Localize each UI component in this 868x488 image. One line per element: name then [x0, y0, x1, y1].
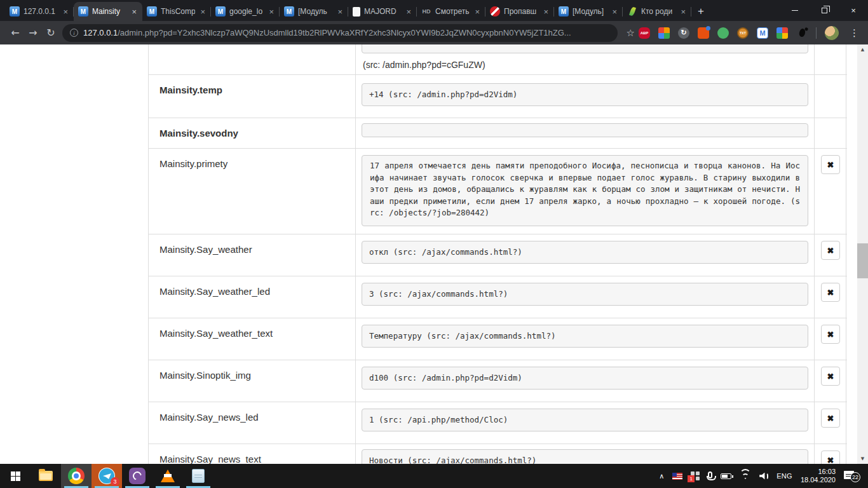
property-value-input[interactable]: d100 (src: /admin.php?pd=d2Vidm) — [362, 367, 808, 390]
battery-icon[interactable] — [721, 473, 731, 479]
tab-title: Пропавш — [504, 7, 538, 16]
windows-taskbar: 3 ∧ 1 ENG 16:03 — [0, 464, 868, 488]
wifi-icon[interactable] — [740, 472, 751, 480]
scroll-down-icon[interactable]: ▼ — [857, 454, 868, 464]
property-value-cell: откл (src: /ajax/commands.html?) — [356, 234, 815, 276]
tab-smotret[interactable]: HD Смотреть × — [417, 2, 485, 21]
close-tab-icon[interactable]: × — [542, 7, 550, 17]
table-row: Mainsity.sevodny — [148, 118, 847, 148]
address-bar[interactable]: i 127.0.0.1 /admin.php?pd=Y2xhc3Nlczp7aW… — [62, 24, 618, 42]
profile-avatar[interactable] — [825, 26, 839, 40]
chrome-taskbar-button[interactable] — [61, 464, 92, 488]
page-scrollbar[interactable]: ▲ ▼ — [857, 44, 868, 464]
tab-thiscomp[interactable]: M ThisComp × — [142, 2, 211, 21]
tab-127001[interactable]: M 127.0.0.1 × — [5, 2, 74, 21]
delete-property-button[interactable]: ✖ — [821, 367, 840, 386]
scrollbar-thumb[interactable] — [857, 243, 868, 278]
sync-extension-icon[interactable]: ↻ — [678, 27, 689, 39]
reload-button[interactable]: ↻ — [42, 24, 60, 42]
hd-favicon-icon: HD — [421, 6, 431, 17]
chrome-icon — [68, 468, 85, 484]
tab-google-lo[interactable]: M google_lo × — [211, 2, 280, 21]
bookmark-star-icon[interactable]: ☆ — [627, 27, 635, 39]
close-tab-icon[interactable]: × — [130, 7, 138, 17]
property-value-input[interactable]: Температуру (src: /ajax/commands.html?) — [362, 325, 808, 348]
majordomo-favicon-icon: M — [559, 6, 569, 17]
photos-extension-icon[interactable] — [776, 27, 788, 39]
property-label: Mainsity.Say_weather_text — [148, 318, 356, 360]
tab-title: ThisComp — [161, 7, 195, 16]
restore-icon — [822, 8, 827, 13]
viber-taskbar-button[interactable] — [122, 464, 153, 488]
property-label: Mainsity.Sinoptik_img — [148, 360, 356, 402]
tab-title: [Модуль] — [573, 7, 607, 16]
delete-property-button[interactable]: ✖ — [821, 409, 840, 428]
close-tab-icon[interactable]: × — [473, 7, 481, 17]
table-row: Mainsity.Sinoptik_img d100 (src: /admin.… — [148, 360, 847, 402]
tray-expand-icon[interactable]: ∧ — [659, 472, 664, 480]
back-button[interactable]: ← — [6, 24, 24, 42]
property-value-input[interactable]: +14 (src: /admin.php?pd=d2Vidm) — [362, 83, 808, 106]
close-tab-icon[interactable]: × — [336, 7, 344, 17]
gnome-foot-extension-icon[interactable] — [796, 27, 808, 39]
volume-icon[interactable] — [759, 473, 768, 480]
property-value-input[interactable] — [362, 44, 808, 53]
pushbullet-extension-icon[interactable] — [717, 27, 729, 39]
table-row: (src: /admin.php?pd=cGFuZW) — [148, 44, 847, 74]
taskbar-clock[interactable]: 16:03 18.04.2020 — [801, 468, 836, 484]
close-tab-icon[interactable]: × — [199, 7, 207, 17]
restore-window-button[interactable] — [810, 0, 839, 21]
majordomo-extension-icon[interactable]: M — [757, 27, 768, 39]
property-value-input[interactable]: 1 (src: /api.php/method/Cloc) — [362, 409, 808, 431]
browser-menu-icon[interactable]: ⋮ — [847, 27, 862, 39]
property-value-input[interactable]: Новости (src: /ajax/commands.html?) — [362, 449, 808, 464]
notepad-taskbar-button[interactable] — [183, 464, 214, 488]
new-tab-button[interactable]: + — [691, 2, 710, 21]
vlc-taskbar-button[interactable] — [153, 464, 183, 488]
close-tab-icon[interactable]: × — [679, 7, 687, 17]
property-value-textarea[interactable]: 17 апреля отмечается день памяти преподо… — [362, 155, 808, 226]
tab-kto-rodi[interactable]: Кто роди × — [623, 2, 691, 21]
tab-propavsh[interactable]: Пропавш × — [485, 2, 554, 21]
language-flag-icon[interactable] — [672, 473, 682, 480]
delete-property-button[interactable]: ✖ — [821, 155, 840, 174]
desktop: M 127.0.0.1 × M Mainsity × M ThisComp × … — [0, 0, 868, 488]
tab-modul-1[interactable]: M [Модуль × — [280, 2, 348, 21]
tray-app-icon[interactable]: 1 — [691, 471, 700, 480]
minimize-window-button[interactable] — [780, 0, 810, 21]
close-tab-icon[interactable]: × — [405, 7, 412, 17]
forward-button[interactable]: → — [24, 24, 42, 42]
folder-icon — [39, 471, 53, 481]
delete-property-button[interactable]: ✖ — [821, 241, 840, 260]
tab-modul-2[interactable]: M [Модуль] × — [554, 2, 623, 21]
close-tab-icon[interactable]: × — [611, 7, 618, 17]
close-tab-icon[interactable]: × — [268, 7, 275, 17]
close-window-button[interactable]: × — [839, 0, 868, 21]
close-tab-icon[interactable]: × — [62, 7, 69, 17]
properties-table: (src: /admin.php?pd=cGFuZW) Mainsity.tem… — [148, 44, 847, 464]
bookmarks-extension-icon[interactable] — [698, 27, 709, 39]
home-extension-icon[interactable] — [658, 27, 670, 39]
speaker-waves-icon — [765, 473, 768, 480]
txt-extension-icon[interactable]: TXT — [737, 27, 749, 39]
delete-property-button[interactable]: ✖ — [821, 283, 840, 302]
table-row: Mainsity.Say_weather_led 3 (src: /ajax/c… — [148, 276, 847, 318]
property-value-input[interactable]: откл (src: /ajax/commands.html?) — [362, 241, 808, 264]
notification-center-button[interactable]: 22 — [844, 471, 860, 481]
tab-mainsity-active[interactable]: M Mainsity × — [74, 2, 142, 21]
scroll-up-icon[interactable]: ▲ — [857, 44, 868, 55]
adblock-extension-icon[interactable]: ABP — [639, 27, 650, 39]
delete-property-button[interactable]: ✖ — [821, 451, 840, 464]
file-explorer-button[interactable] — [31, 464, 61, 488]
tab-title: Смотреть — [435, 7, 470, 16]
tab-majord[interactable]: MAJORD × — [348, 2, 417, 21]
language-indicator[interactable]: ENG — [776, 472, 792, 480]
delete-property-button[interactable]: ✖ — [821, 325, 840, 344]
delete-cell — [815, 75, 846, 118]
telegram-taskbar-button[interactable]: 3 — [92, 464, 122, 488]
property-value-input[interactable] — [362, 123, 808, 137]
microphone-icon[interactable] — [708, 471, 712, 478]
site-info-icon[interactable]: i — [70, 29, 78, 37]
property-value-input[interactable]: 3 (src: /ajax/commands.html?) — [362, 283, 808, 306]
start-button[interactable] — [0, 464, 31, 488]
